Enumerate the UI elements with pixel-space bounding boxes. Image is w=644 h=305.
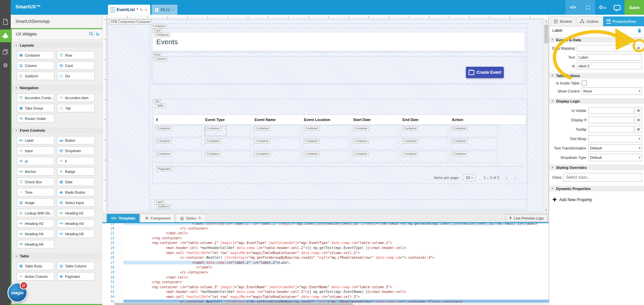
table-cell[interactable]: Container: [204, 125, 251, 137]
table-cell[interactable]: Container: [253, 151, 300, 163]
widget-item-column[interactable]: ▥Column: [17, 61, 54, 70]
widget-item-heading-h3[interactable]: H3Heading H3: [57, 219, 95, 228]
section-header-table[interactable]: ▼Table: [12, 253, 102, 259]
create-event-button[interactable]: Create Event: [466, 67, 504, 78]
code-line-35[interactable]: <c-container #matCell [formGroup]="mg.ge…: [123, 300, 549, 303]
table-cell[interactable]: Container: [352, 151, 399, 163]
tab-eventlist[interactable]: EventList* ↻ ✕: [108, 5, 150, 15]
widget-item-table-body[interactable]: ▦Table Body: [17, 262, 54, 270]
widget-item-ul[interactable]: ≣ul: [17, 157, 54, 165]
paginator-section[interactable]: Paginator Items per page: 10▾ 1 – 3 of 3…: [155, 166, 524, 187]
dropdown-type-select[interactable]: Default: [588, 154, 642, 161]
magic-logo[interactable]: magic 17: [7, 283, 28, 303]
is-inside-table-checkbox[interactable]: [582, 80, 587, 85]
prev-page-icon[interactable]: ‹: [502, 175, 511, 181]
code-line-22[interactable]: </ng-container>: [123, 236, 549, 241]
tab-template[interactable]: </> Template: [107, 214, 140, 222]
tooltip-input[interactable]: [588, 126, 634, 133]
refresh-icon[interactable]: ↻: [140, 8, 143, 12]
table-cell[interactable]: Container: [450, 125, 497, 137]
code-editor[interactable]: 1920212223242526272829303132333435 <labe…: [102, 223, 549, 303]
table-cell[interactable]: Container: [352, 125, 399, 137]
display-if-gear-button[interactable]: ⚙: [635, 116, 642, 124]
live-preview-logs-button[interactable]: Live Preview Logs: [505, 214, 547, 222]
widget-item-tab[interactable]: ▢Tab: [57, 104, 95, 112]
widget-item-heading-h4[interactable]: H4Heading H4: [17, 230, 54, 238]
widget-item-heading-h1[interactable]: H1Heading H1: [57, 209, 95, 217]
section-header-layouts[interactable]: ▼Layouts: [12, 42, 102, 48]
widget-item-image[interactable]: ▨Image: [17, 198, 54, 207]
widget-item-accordion-conta[interactable]: ☰Accordion Conta...: [17, 94, 54, 102]
table-cell[interactable]: Container: [303, 151, 350, 163]
table-cell[interactable]: Container: [155, 138, 202, 150]
display-if-input[interactable]: [588, 117, 634, 123]
next-page-icon[interactable]: ›: [514, 175, 519, 181]
code-line-21[interactable]: </mat-cell>: [123, 231, 549, 236]
events-card-container[interactable]: Container Events: [153, 32, 525, 51]
collapse-icon[interactable]: ▼: [551, 100, 554, 102]
tooltip-gear-button[interactable]: ⚙: [635, 126, 642, 133]
close-icon[interactable]: ✕: [145, 8, 148, 12]
code-line-19[interactable]: <label data-comp-id="label.1" id="label.…: [123, 223, 549, 226]
table-cell[interactable]: Container: [204, 138, 251, 150]
table-cell[interactable]: Container: [401, 151, 448, 163]
tab-models[interactable]: Models: [550, 16, 576, 26]
code-line-27[interactable]: <label data-comp-id="label.2" id="label.…: [123, 260, 549, 265]
column-section[interactable]: Column Create Event: [153, 56, 525, 83]
class-input[interactable]: [564, 173, 642, 182]
is-visible-gear-button[interactable]: ⚙: [635, 107, 642, 114]
gear-icon[interactable]: ⚙: [0, 60, 11, 71]
id-input[interactable]: [577, 63, 642, 69]
code-line-26[interactable]: <c-container #matCell [formGroup]="mg.ge…: [123, 255, 549, 260]
widget-item-heading-h6[interactable]: H6Heading H6: [17, 240, 54, 248]
collapse-icon[interactable]: ▼: [551, 74, 554, 77]
widget-item-button[interactable]: ▬Button: [57, 136, 95, 144]
widget-item-subform[interactable]: ◱Subform: [17, 72, 54, 80]
settings-gears-button[interactable]: ⚙⚙: [595, 0, 610, 15]
scroll-up-icon[interactable]: ▲: [544, 20, 548, 22]
collapse-icon[interactable]: ▼: [551, 39, 554, 41]
code-line-32[interactable]: <ng-container id="table-column.3" [magic…: [123, 285, 549, 290]
search-icon[interactable]: [89, 32, 93, 37]
tab-propertysheet[interactable]: PropertyShee: [603, 16, 644, 26]
tab-mlist[interactable]: MList ✕: [152, 5, 177, 15]
widget-item-check-box[interactable]: ☑Check Box: [17, 178, 54, 186]
table-cell[interactable]: Container: [204, 151, 251, 163]
code-line-20[interactable]: </c-container>: [123, 226, 549, 231]
table-cell[interactable]: Container: [155, 151, 202, 163]
events-card[interactable]: Card Container Events: [151, 28, 526, 52]
widget-item-accordion-item[interactable]: ≡Accordion Item: [57, 94, 95, 102]
widget-item-input[interactable]: ▭Input: [17, 146, 54, 155]
page-size-select[interactable]: 10▾: [463, 174, 476, 181]
section-header-navigation[interactable]: ▼Navigation: [12, 85, 102, 91]
collapse-icon[interactable]: ▼: [551, 187, 554, 190]
data-mapping-gear-button[interactable]: ⚙: [635, 45, 642, 52]
widget-item-badge[interactable]: ●Badge: [57, 167, 95, 176]
delete-trash-icon[interactable]: [637, 28, 642, 33]
text-input[interactable]: [577, 54, 642, 61]
canvas-scrollbar[interactable]: ▲ ▼: [544, 19, 549, 212]
widget-item-table-column[interactable]: ▥Table Column: [57, 262, 95, 270]
add-new-property-button[interactable]: ✚ Add New Property: [552, 197, 644, 203]
code-line-33[interactable]: <mat-header-cell *matHeaderCellDef data-…: [123, 290, 549, 295]
table-cell[interactable]: Container: [450, 151, 497, 163]
widgets-puzzle-icon[interactable]: [0, 29, 11, 42]
widget-item-label[interactable]: abcLabel: [17, 136, 54, 144]
preview-monitor-button[interactable]: [610, 0, 625, 15]
code-view-button[interactable]: </>: [566, 0, 580, 15]
pages-icon[interactable]: [0, 46, 11, 58]
widget-item-radio-button[interactable]: ◉Radio Button: [57, 188, 95, 196]
widget-item-action-column[interactable]: ≡Action Column: [17, 272, 54, 281]
tab-outline[interactable]: Outline: [577, 16, 602, 26]
code-line-30[interactable]: </mat-cell>: [123, 275, 549, 280]
collapse-icon[interactable]: ▼: [551, 166, 554, 169]
container-outer[interactable]: Container Card Container Events Row Colu…: [149, 23, 528, 210]
table-cell[interactable]: Container: [401, 125, 448, 137]
code-line-24[interactable]: <mat-header-cell *matHeaderCellDef data-…: [123, 246, 549, 251]
widget-item-li[interactable]: ≡li: [57, 157, 95, 165]
scrollbar-thumb[interactable]: [544, 25, 548, 43]
table-cell[interactable]: Container: [352, 138, 399, 150]
xpa-component-container[interactable]: XPA Component Container Container Card C…: [108, 19, 543, 212]
widget-item-dropdown[interactable]: ▤Dropdown: [57, 146, 95, 155]
widget-item-row[interactable]: ☰Row: [57, 51, 95, 59]
